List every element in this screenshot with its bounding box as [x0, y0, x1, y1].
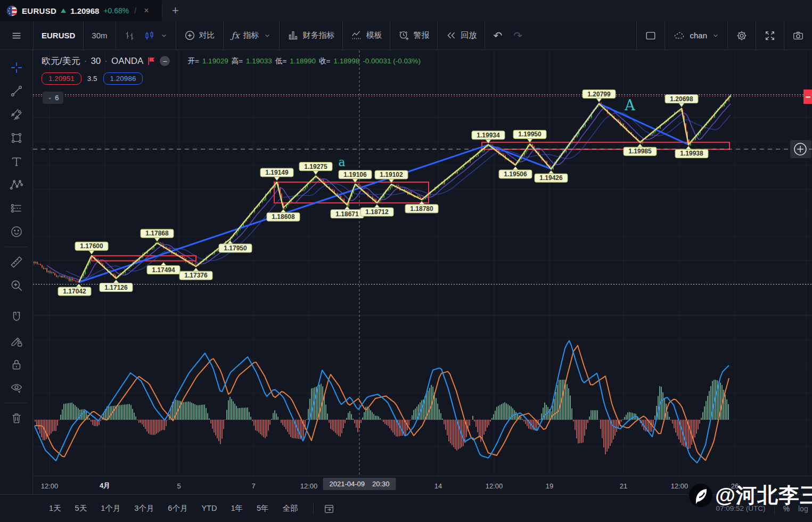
measure-tool[interactable] [6, 250, 27, 274]
gear-icon [736, 30, 748, 42]
redo-button[interactable]: ↷ [513, 29, 522, 42]
svg-text:1.18608: 1.18608 [272, 213, 295, 221]
hide-series-button[interactable]: – [160, 56, 170, 66]
oscillator-pane [35, 341, 729, 463]
range-button-1天[interactable]: 1天 [49, 504, 61, 512]
pivot-price-label[interactable]: 1.17126 [100, 280, 133, 292]
flag-symbol-button[interactable] [147, 56, 156, 66]
symbol-tab[interactable]: EURUSD 1.20968 +0.68% / × [0, 0, 162, 21]
range-button-3个月[interactable]: 3个月 [134, 504, 154, 512]
pivot-price-label[interactable]: 1.17950 [219, 241, 252, 252]
legend-interval: 30 [91, 56, 101, 67]
tab-change: +0.68% [103, 6, 129, 15]
pivot-price-label[interactable]: 1.17494 [147, 263, 180, 274]
pivot-price-label[interactable]: 1.19506 [499, 167, 532, 178]
pivot-price-label[interactable]: 1.20698 [665, 95, 698, 107]
candles-style-icon[interactable] [144, 30, 155, 42]
time-axis[interactable]: 2021-04-09 20:30 12:004月5712:001412:0019… [33, 476, 812, 495]
percent-scale-button[interactable]: % [783, 504, 790, 513]
crosshair-tool[interactable] [6, 56, 27, 79]
chan-letter-annotation[interactable]: A [624, 97, 635, 113]
pivot-price-label[interactable]: 1.19950 [513, 130, 546, 142]
go-to-date-button[interactable] [323, 503, 335, 515]
pivot-price-label[interactable]: 1.17600 [75, 242, 108, 254]
utc-clock[interactable]: 07:09:52 (UTC) [716, 504, 766, 512]
remove-all-tool[interactable] [6, 406, 27, 430]
pivot-price-label[interactable]: 1.18608 [267, 209, 300, 221]
range-button-6个月[interactable]: 6个月 [168, 504, 187, 512]
financials-icon [288, 30, 299, 41]
log-scale-button[interactable]: log [798, 504, 812, 513]
layout-select-button[interactable] [637, 21, 665, 50]
interval-button[interactable]: 30m [84, 21, 115, 50]
time-tick: 12:00 [671, 482, 688, 490]
new-tab-button[interactable]: + [162, 0, 188, 21]
drawing-lock-tool[interactable] [6, 329, 27, 353]
pivot-price-label[interactable]: 1.18712 [360, 205, 393, 216]
magnet-tool[interactable] [6, 306, 27, 329]
zoom-in-tool[interactable] [6, 274, 27, 297]
undo-button[interactable]: ↶ [493, 29, 502, 42]
svg-text:1.19938: 1.19938 [680, 150, 703, 157]
trend-line-tool[interactable] [6, 79, 27, 103]
svg-text:1.19149: 1.19149 [265, 169, 289, 176]
alert-button[interactable]: 警报 [390, 21, 437, 50]
range-button-1个月[interactable]: 1个月 [101, 504, 120, 512]
pivot-price-label[interactable]: 1.19426 [535, 170, 568, 182]
bars-style-icon[interactable] [124, 30, 136, 42]
tab-close-button[interactable]: × [144, 6, 149, 15]
hide-all-tool[interactable] [6, 376, 27, 399]
collapsed-indicators-badge[interactable]: ⌄ 6 [43, 92, 63, 104]
range-button-YTD[interactable]: YTD [201, 504, 217, 512]
replay-button[interactable]: 回放 [438, 21, 485, 50]
chan-box[interactable] [482, 142, 729, 149]
time-tick: 7 [251, 482, 255, 490]
chart-style-group[interactable] [116, 21, 176, 50]
chan-letter-annotation[interactable]: a [338, 156, 345, 169]
pivot-price-label[interactable]: 1.19985 [624, 144, 657, 156]
pivot-price-label[interactable]: 1.19934 [472, 131, 505, 143]
forecast-tool[interactable] [6, 197, 27, 220]
pivot-price-label[interactable]: 1.17868 [141, 229, 174, 241]
pivot-price-label[interactable]: 1.20799 [583, 90, 616, 102]
indicators-button[interactable]: ƒx 指标 [224, 21, 280, 50]
pivot-price-label[interactable]: 1.17376 [179, 268, 212, 280]
stop-value-box: 1.20951 [42, 72, 81, 85]
svg-text:1.19275: 1.19275 [304, 163, 327, 170]
range-button-5天[interactable]: 5天 [75, 504, 87, 512]
symbol-button[interactable]: EURUSD [34, 21, 83, 50]
trading-terminal: 1.170421.176001.171261.178681.174941.173… [0, 0, 812, 522]
lock-all-tool[interactable] [6, 353, 27, 376]
range-button-全部[interactable]: 全部 [283, 504, 298, 512]
range-button-1年[interactable]: 1年 [231, 504, 243, 512]
compare-button[interactable]: 对比 [176, 21, 223, 50]
camera-icon [792, 30, 804, 42]
text-tool[interactable] [6, 150, 27, 173]
menu-button[interactable] [0, 21, 34, 50]
cloud-layout-button[interactable]: chan [665, 21, 727, 50]
mid-value: 3.5 [87, 75, 97, 83]
pivot-price-label[interactable]: 1.19106 [339, 170, 372, 183]
settings-button[interactable] [728, 21, 756, 50]
plus-circle-icon [184, 30, 195, 41]
fullscreen-button[interactable] [756, 21, 784, 50]
range-button-5年[interactable]: 5年 [257, 504, 269, 512]
fib-tools[interactable] [6, 103, 27, 126]
chevron-down-icon: ⌄ [47, 94, 52, 101]
time-tick: 12:00 [300, 482, 318, 490]
pivot-price-label[interactable]: 1.19149 [260, 168, 293, 181]
pivot-price-label[interactable]: 1.18671 [331, 207, 364, 218]
xabcd-pattern-tool[interactable] [6, 173, 27, 197]
range-buttons: 1天5天1个月3个月6个月YTD1年5年全部 [49, 503, 312, 513]
pivot-price-label[interactable]: 1.17042 [58, 284, 91, 296]
chan-boxes[interactable] [92, 142, 729, 260]
templates-button[interactable]: 模板 [343, 21, 390, 50]
screenshot-button[interactable] [784, 21, 812, 50]
up-triangle-icon [61, 9, 66, 13]
hamburger-icon [11, 30, 22, 42]
shapes-tool[interactable] [6, 126, 27, 150]
emoji-tool[interactable] [6, 220, 27, 243]
pivot-price-label[interactable]: 1.19938 [675, 146, 708, 158]
pivot-price-label[interactable]: 1.19275 [299, 162, 332, 175]
financials-button[interactable]: 财务指标 [280, 21, 342, 50]
